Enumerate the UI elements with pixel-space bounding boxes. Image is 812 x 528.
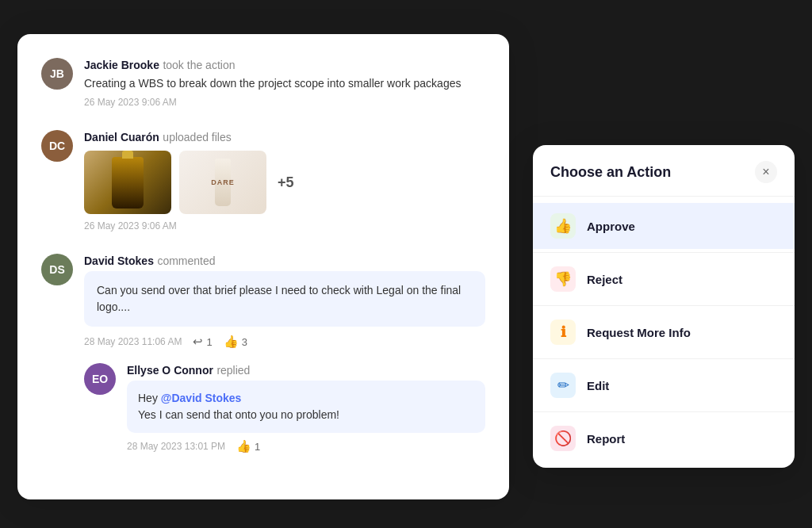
timestamp: 26 May 2023 9:06 AM [84,220,485,231]
file-thumbnail-1[interactable] [84,151,171,214]
user-name: David Stokes [84,254,154,267]
edit-icon: ✏ [550,373,576,398]
divider [533,305,795,306]
close-button[interactable]: × [755,161,777,183]
action-text: took the action [163,59,235,71]
action-label-approve: Approve [587,220,635,233]
reply-text: Yes I can send that onto you no problem! [138,407,474,423]
scene: JB Jackie Brooke took the action Creatin… [17,18,795,510]
action-label-info: Request More Info [587,326,691,339]
more-files-count: +5 [278,174,294,191]
timestamp: 26 May 2023 9:06 AM [84,97,485,108]
action-text: commented [157,254,215,267]
action-item-report[interactable]: 🚫 Report [533,415,795,461]
comment-box: Can you send over that brief please I ne… [84,271,485,327]
reaction-count: 1 [255,441,260,453]
reject-icon: 👎 [550,266,576,292]
bottle-light-icon: DARE [215,159,231,206]
divider [533,358,795,359]
activity-item: JB Jackie Brooke took the action Creatin… [41,58,485,108]
bottle-icon [112,157,144,209]
activity-description: Creating a WBS to break down the project… [84,75,485,92]
chat-card: JB Jackie Brooke took the action Creatin… [17,34,509,499]
reactions-row: 28 May 2023 11:06 AM ↩ 1 👍 3 [84,335,485,349]
reaction[interactable]: ↩ 1 [193,335,212,349]
reactions-row: 28 May 2023 13:01 PM 👍 1 [127,439,485,453]
files-row: DARE +5 [84,151,485,214]
activity-item: DC Daniel Cuarón uploaded files [41,130,485,231]
reply-icon: ↩ [193,335,203,349]
reply-item: EO Ellyse O Connor replied Hey @David St… [84,363,485,453]
avatar: JB [41,58,73,90]
action-item-edit[interactable]: ✏ Edit [533,362,795,408]
divider [533,252,795,253]
action-card-title: Choose an Action [550,164,671,181]
reply-mention: Hey @David Stokes [138,390,474,407]
action-label-reject: Reject [587,273,622,286]
mention: @David Stokes [161,392,242,404]
reaction-count: 1 [206,336,212,348]
action-label-edit: Edit [587,379,609,392]
timestamp: 28 May 2023 13:01 PM [127,441,225,452]
activity-item: DS David Stokes commented Can you send o… [41,254,485,349]
like-icon: 👍 [224,335,239,349]
action-card-header: Choose an Action × [533,145,795,197]
user-name: Ellyse O Connor [127,364,213,377]
action-text: uploaded files [163,131,231,143]
avatar: DC [41,130,73,162]
action-text: replied [216,364,250,377]
comment-text: Can you send over that brief please I ne… [97,282,473,316]
reaction[interactable]: 👍 1 [236,439,260,453]
action-menu-card: Choose an Action × 👍 Approve 👎 Reject ℹ … [533,145,795,468]
timestamp: 28 May 2023 11:06 AM [84,336,182,347]
like-icon: 👍 [236,439,251,453]
reply-box: Hey @David Stokes Yes I can send that on… [127,381,485,433]
action-item-approve[interactable]: 👍 Approve [533,203,795,249]
report-icon: 🚫 [550,426,576,451]
user-name: Jackie Brooke [84,59,159,71]
reaction-count: 3 [242,336,247,348]
approve-icon: 👍 [550,213,576,239]
avatar: EO [84,363,116,395]
avatar: DS [41,254,73,285]
action-list: 👍 Approve 👎 Reject ℹ Request More Info ✏… [533,197,795,468]
action-item-info[interactable]: ℹ Request More Info [533,309,795,355]
info-icon: ℹ [550,319,576,345]
file-thumbnail-2[interactable]: DARE [179,151,266,214]
divider [533,411,795,412]
action-label-report: Report [587,432,625,446]
action-item-reject[interactable]: 👎 Reject [533,256,795,302]
reaction[interactable]: 👍 3 [224,335,247,349]
user-name: Daniel Cuarón [84,131,159,143]
